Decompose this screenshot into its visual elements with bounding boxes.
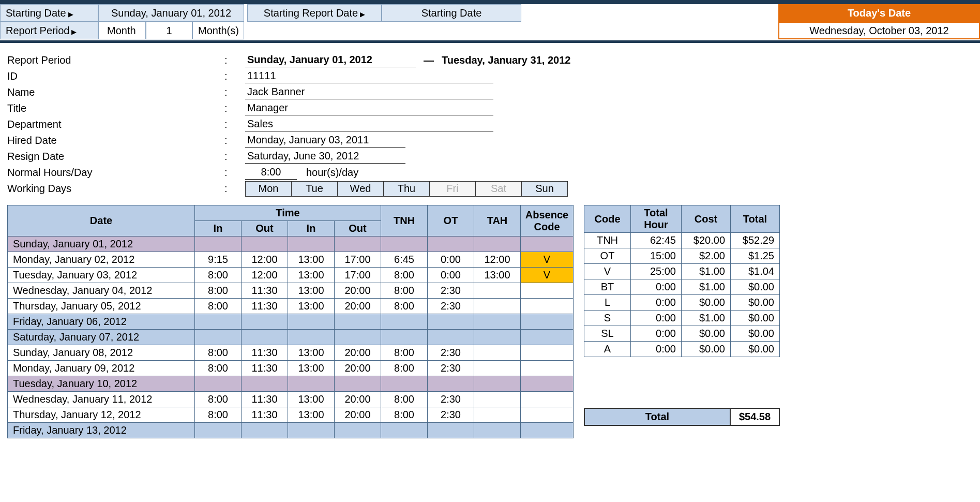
sum-hour: 0:00 — [631, 326, 682, 342]
summary-row: V25:00$1.00$1.04 — [584, 264, 780, 279]
cell-ot: 2:30 — [428, 299, 474, 314]
label-department: Department — [7, 116, 224, 132]
cell-date: Thursday, January 05, 2012 — [8, 299, 195, 314]
grand-total-value: $54.58 — [730, 409, 779, 425]
sum-code: OT — [584, 248, 631, 264]
th-out2: Out — [335, 221, 381, 237]
weekday-thu[interactable]: Thu — [383, 181, 430, 197]
cell-out1: 11:30 — [242, 392, 288, 407]
weekday-mon[interactable]: Mon — [245, 181, 292, 197]
cell-tnh — [381, 376, 428, 392]
cell-ot — [428, 237, 474, 252]
val-id: 11111 — [245, 70, 493, 83]
table-row: Wednesday, January 04, 20128:0011:3013:0… — [8, 283, 574, 299]
rp-unit[interactable]: Month — [98, 22, 146, 39]
cell-tnh: 8:00 — [381, 361, 428, 376]
cell-ot: 2:30 — [428, 407, 474, 423]
cell-abs — [521, 345, 574, 361]
th-out1: Out — [242, 221, 288, 237]
sum-hour: 0:00 — [631, 279, 682, 295]
cell-abs — [521, 314, 574, 330]
val-normal-hours: 8:00 — [245, 166, 297, 180]
cell-abs — [521, 376, 574, 392]
cell-out1: 11:30 — [242, 283, 288, 299]
sum-cost: $0.00 — [682, 326, 731, 342]
cell-out1: 12:00 — [242, 252, 288, 268]
report-start: Sunday, January 01, 2012 — [245, 54, 416, 67]
starting-date-label: Starting Date — [0, 4, 98, 22]
cell-in2: 13:00 — [288, 252, 335, 268]
sum-total: $1.04 — [731, 264, 780, 279]
cell-abs: V — [521, 268, 574, 283]
cell-date: Friday, January 13, 2012 — [8, 423, 195, 438]
th-abs: Absence Code — [521, 205, 574, 237]
sum-total: $0.00 — [731, 295, 780, 311]
label-hired: Hired Date — [7, 132, 224, 149]
cell-in2: 13:00 — [288, 283, 335, 299]
report-end: Tuesday, January 31, 2012 — [442, 54, 570, 66]
th-time: Time — [195, 205, 381, 221]
cell-in2 — [288, 330, 335, 345]
cell-date: Tuesday, January 03, 2012 — [8, 268, 195, 283]
table-row: Friday, January 06, 2012 — [8, 314, 574, 330]
cell-tnh — [381, 314, 428, 330]
th-hour: Total Hour — [631, 205, 682, 233]
starting-date-value[interactable]: Sunday, January 01, 2012 — [98, 4, 244, 22]
cell-date: Wednesday, January 04, 2012 — [8, 283, 195, 299]
cell-out1 — [242, 314, 288, 330]
cell-tnh: 8:00 — [381, 268, 428, 283]
label-normal-hours: Normal Hours/Day — [7, 165, 224, 181]
cell-out2 — [335, 376, 381, 392]
sum-cost: $0.00 — [682, 295, 731, 311]
cell-tah: 13:00 — [474, 268, 521, 283]
cell-ot: 0:00 — [428, 252, 474, 268]
sum-total: $52.29 — [731, 233, 780, 248]
cell-in1 — [195, 314, 242, 330]
cell-abs — [521, 299, 574, 314]
cell-in2: 13:00 — [288, 299, 335, 314]
th-total: Total — [731, 205, 780, 233]
cell-tah — [474, 299, 521, 314]
cell-date: Thursday, January 12, 2012 — [8, 407, 195, 423]
cell-ot: 2:30 — [428, 361, 474, 376]
table-row: Friday, January 13, 2012 — [8, 423, 574, 438]
sum-cost: $1.00 — [682, 264, 731, 279]
cell-abs — [521, 407, 574, 423]
cell-in1: 8:00 — [195, 361, 242, 376]
table-row: Thursday, January 05, 20128:0011:3013:00… — [8, 299, 574, 314]
th-in1: In — [195, 221, 242, 237]
table-row: Saturday, January 07, 2012 — [8, 330, 574, 345]
sum-hour: 62:45 — [631, 233, 682, 248]
cell-in1: 9:15 — [195, 252, 242, 268]
weekday-sun[interactable]: Sun — [521, 181, 568, 197]
cell-out1: 11:30 — [242, 345, 288, 361]
cell-out2: 20:00 — [335, 299, 381, 314]
rp-count[interactable]: 1 — [146, 22, 192, 39]
label-id: ID — [7, 68, 224, 84]
weekday-tue[interactable]: Tue — [291, 181, 338, 197]
table-row: Sunday, January 08, 20128:0011:3013:0020… — [8, 345, 574, 361]
weekday-wed[interactable]: Wed — [337, 181, 384, 197]
val-department: Sales — [245, 118, 493, 131]
cell-out1: 11:30 — [242, 407, 288, 423]
cell-tnh — [381, 330, 428, 345]
weekday-sat[interactable]: Sat — [475, 181, 522, 197]
th-tah: TAH — [474, 205, 521, 237]
cell-tah — [474, 376, 521, 392]
sum-total: $0.00 — [731, 279, 780, 295]
weekday-fri[interactable]: Fri — [429, 181, 476, 197]
cell-in2: 13:00 — [288, 407, 335, 423]
cell-tah — [474, 330, 521, 345]
th-tnh: TNH — [381, 205, 428, 237]
sum-hour: 0:00 — [631, 342, 682, 357]
val-title: Manager — [245, 102, 493, 115]
cell-abs — [521, 283, 574, 299]
table-row: Thursday, January 12, 20128:0011:3013:00… — [8, 407, 574, 423]
attendance-table: Date Time TNH OT TAH Absence Code In Out… — [7, 205, 574, 438]
starting-report-value[interactable]: Starting Date — [382, 4, 521, 22]
cell-in1: 8:00 — [195, 392, 242, 407]
cell-in1: 8:00 — [195, 299, 242, 314]
cell-out1: 12:00 — [242, 268, 288, 283]
cell-abs — [521, 237, 574, 252]
cell-out2: 20:00 — [335, 407, 381, 423]
